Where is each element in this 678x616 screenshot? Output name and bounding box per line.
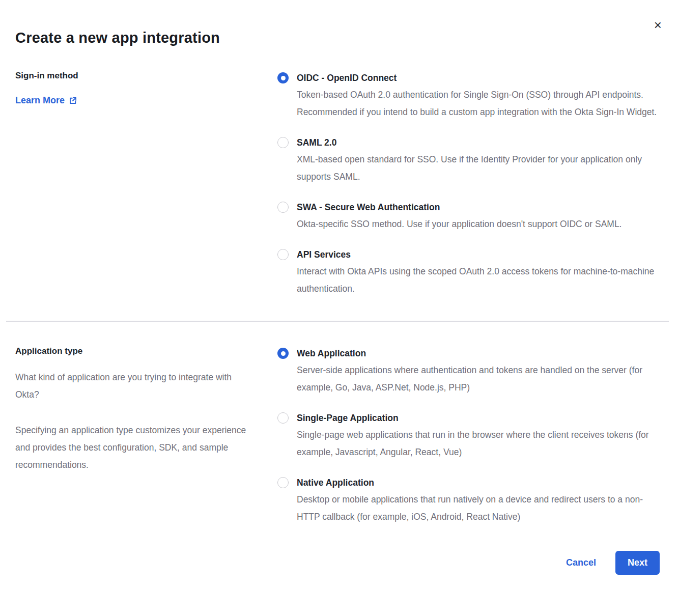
radio-option-description: Desktop or mobile applications that run … <box>297 491 659 525</box>
section-divider <box>6 321 669 322</box>
radio-option-description: Single-page web applications that run in… <box>297 426 659 461</box>
application-type-section: Application type What kind of applicatio… <box>15 346 660 525</box>
radio-button-icon[interactable] <box>277 477 289 488</box>
application-type-explanation: Specifying an application type customize… <box>15 422 255 473</box>
radio-option-description: Token-based OAuth 2.0 authentication for… <box>297 86 659 121</box>
radio-option-label[interactable]: SWA - Secure Web Authentication <box>297 200 622 214</box>
signin-method-option-2[interactable]: SWA - Secure Web Authentication Okta-spe… <box>277 200 660 233</box>
signin-method-option-3[interactable]: API Services Interact with Okta APIs usi… <box>277 247 660 297</box>
application-type-label: Application type <box>15 346 262 356</box>
radio-button-icon[interactable] <box>277 202 289 213</box>
dialog-footer: Cancel Next <box>15 551 660 575</box>
application-type-options: Web Application Server-side applications… <box>277 346 660 525</box>
radio-option-label[interactable]: SAML 2.0 <box>297 135 659 150</box>
external-link-icon <box>69 96 77 105</box>
radio-option-label[interactable]: Web Application <box>297 346 659 360</box>
radio-button-icon[interactable] <box>277 249 289 260</box>
create-app-integration-dialog: × Create a new app integration Sign-in m… <box>0 0 678 616</box>
signin-method-option-0[interactable]: OIDC - OpenID Connect Token-based OAuth … <box>277 71 660 121</box>
application-type-option-2[interactable]: Native Application Desktop or mobile app… <box>277 475 660 525</box>
radio-button-icon[interactable] <box>277 412 289 424</box>
radio-button-icon[interactable] <box>277 348 289 359</box>
signin-method-section: Sign-in method Learn More OIDC - OpenID … <box>15 71 660 297</box>
application-type-question: What kind of application are you trying … <box>15 369 255 403</box>
signin-method-label: Sign-in method <box>15 71 262 81</box>
radio-button-icon[interactable] <box>277 137 289 148</box>
radio-option-description: Okta-specific SSO method. Use if your ap… <box>297 215 622 233</box>
application-type-option-0[interactable]: Web Application Server-side applications… <box>277 346 660 396</box>
learn-more-label: Learn More <box>15 95 65 106</box>
close-icon[interactable]: × <box>654 18 662 32</box>
radio-option-label[interactable]: API Services <box>297 247 659 262</box>
radio-option-label[interactable]: Native Application <box>297 475 659 490</box>
cancel-button[interactable]: Cancel <box>566 557 596 568</box>
dialog-title: Create a new app integration <box>15 30 660 46</box>
radio-option-description: Server-side applications where authentic… <box>297 361 659 396</box>
next-button[interactable]: Next <box>615 551 660 575</box>
radio-button-icon[interactable] <box>277 72 289 83</box>
radio-option-description: XML-based open standard for SSO. Use if … <box>297 151 659 185</box>
radio-option-label[interactable]: OIDC - OpenID Connect <box>297 71 659 85</box>
signin-method-option-1[interactable]: SAML 2.0 XML-based open standard for SSO… <box>277 135 660 185</box>
learn-more-link[interactable]: Learn More <box>15 95 77 106</box>
radio-option-description: Interact with Okta APIs using the scoped… <box>297 263 659 297</box>
application-type-option-1[interactable]: Single-Page Application Single-page web … <box>277 411 660 461</box>
radio-option-label[interactable]: Single-Page Application <box>297 411 659 425</box>
signin-method-options: OIDC - OpenID Connect Token-based OAuth … <box>277 71 660 297</box>
